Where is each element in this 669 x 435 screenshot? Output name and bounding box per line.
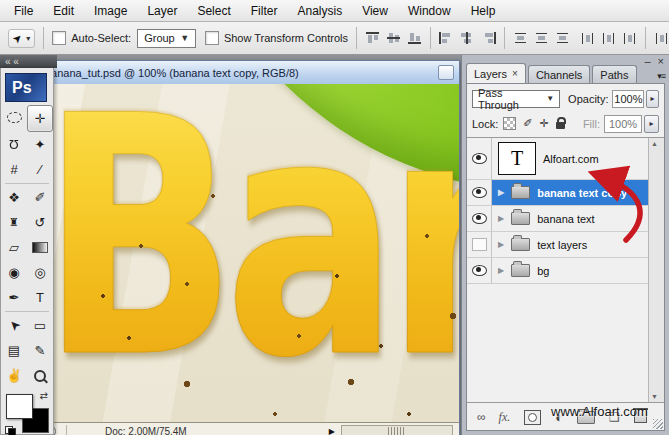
show-transform-checkbox[interactable] bbox=[205, 31, 219, 45]
layer-name[interactable]: banana text bbox=[537, 213, 595, 225]
menu-select[interactable]: Select bbox=[187, 1, 240, 21]
text-layer-thumbnail[interactable]: T bbox=[498, 142, 536, 175]
tool-zoom[interactable] bbox=[27, 363, 53, 388]
align-top-icon[interactable] bbox=[365, 32, 380, 44]
layer-list-scrollbar[interactable]: ▲ ▼ bbox=[648, 138, 664, 402]
lock-transparency-icon[interactable] bbox=[503, 117, 516, 130]
auto-align-layers-icon[interactable] bbox=[654, 32, 669, 44]
tool-type[interactable]: T bbox=[27, 285, 53, 310]
layer-row-bg[interactable]: ▶ bg bbox=[467, 258, 649, 284]
tab-layers[interactable]: Layers × bbox=[466, 63, 526, 83]
visibility-toggle[interactable] bbox=[467, 206, 492, 231]
distribute-right-icon[interactable] bbox=[622, 32, 637, 44]
layer-row-banana-text-copy[interactable]: ▶ banana text copy bbox=[467, 180, 649, 206]
maximize-button[interactable] bbox=[438, 65, 454, 80]
document-title-bar[interactable]: banana_tut.psd @ 100% (banana text copy,… bbox=[37, 61, 459, 85]
distribute-horizontal-centers-icon[interactable] bbox=[601, 32, 616, 44]
visibility-toggle[interactable] bbox=[467, 180, 492, 205]
tool-gradient[interactable] bbox=[27, 235, 53, 260]
tool-dodge[interactable]: ◎ bbox=[27, 260, 53, 285]
tab-close-icon[interactable]: × bbox=[512, 68, 518, 79]
tool-hand[interactable]: ✌ bbox=[1, 363, 27, 388]
menu-file[interactable]: File bbox=[4, 1, 43, 21]
link-layers-icon[interactable]: ∞ bbox=[477, 410, 485, 424]
blend-mode-dropdown[interactable]: Pass Through ▼ bbox=[472, 90, 560, 108]
horizontal-scrollbar[interactable] bbox=[341, 425, 453, 435]
scroll-up-icon[interactable]: ▲ bbox=[651, 140, 658, 147]
align-right-icon[interactable] bbox=[481, 32, 496, 44]
expand-triangle-icon[interactable]: ▶ bbox=[498, 188, 504, 197]
distribute-bottom-icon[interactable] bbox=[555, 32, 570, 44]
tool-eyedropper[interactable]: ✎ bbox=[27, 338, 53, 363]
layer-name[interactable]: Alfoart.com bbox=[543, 153, 599, 165]
expand-triangle-icon[interactable]: ▶ bbox=[498, 214, 504, 223]
menu-edit[interactable]: Edit bbox=[43, 1, 84, 21]
tool-history-brush[interactable]: ↺ bbox=[27, 210, 53, 235]
expand-triangle-icon[interactable]: ▶ bbox=[498, 240, 504, 249]
align-left-icon[interactable] bbox=[439, 32, 454, 44]
layer-style-fx-icon[interactable]: fx. bbox=[499, 410, 511, 425]
align-bottom-icon[interactable] bbox=[407, 32, 422, 44]
align-vertical-centers-icon[interactable] bbox=[386, 32, 401, 44]
lock-all-icon[interactable] bbox=[556, 122, 565, 129]
tool-panel-header[interactable]: « « bbox=[0, 55, 57, 68]
menu-layer[interactable]: Layer bbox=[137, 1, 187, 21]
layer-row-text-layers[interactable]: ▶ text layers bbox=[467, 232, 649, 258]
swap-colors-icon[interactable]: ⇄ bbox=[40, 390, 48, 401]
layer-row-alfoart[interactable]: T Alfoart.com bbox=[467, 138, 649, 180]
distribute-vertical-centers-icon[interactable] bbox=[534, 32, 549, 44]
visibility-toggle[interactable] bbox=[467, 258, 492, 283]
tab-paths[interactable]: Paths bbox=[592, 65, 636, 83]
opacity-slider-button[interactable]: ▸ bbox=[646, 90, 659, 108]
layer-row-banana-text[interactable]: ▶ banana text bbox=[467, 206, 649, 232]
tool-preset-move[interactable]: ➤ ▾ bbox=[8, 29, 35, 48]
lock-position-icon[interactable]: ✛ bbox=[540, 117, 549, 130]
canvas[interactable]: Ban bbox=[37, 84, 459, 423]
layer-name[interactable]: text layers bbox=[537, 239, 587, 251]
menu-image[interactable]: Image bbox=[84, 1, 137, 21]
scrollbar-grip[interactable] bbox=[388, 427, 406, 435]
tab-channels[interactable]: Channels bbox=[528, 65, 590, 83]
tool-clone-stamp[interactable]: ♜ bbox=[1, 210, 27, 235]
expand-triangle-icon[interactable]: ▶ bbox=[498, 266, 504, 275]
tool-slice[interactable]: ∕ bbox=[27, 157, 53, 182]
menu-filter[interactable]: Filter bbox=[241, 1, 288, 21]
tool-lasso[interactable]: Ω bbox=[1, 132, 27, 157]
fill-field[interactable]: 100% bbox=[604, 115, 642, 133]
foreground-color-swatch[interactable] bbox=[6, 394, 33, 419]
tool-shape[interactable]: ▭ bbox=[27, 313, 53, 338]
tool-elliptical-marquee[interactable] bbox=[1, 105, 27, 130]
menu-help[interactable]: Help bbox=[461, 1, 506, 21]
menu-window[interactable]: Window bbox=[398, 1, 461, 21]
tool-quick-selection[interactable]: ✦ bbox=[27, 132, 53, 157]
tool-pen[interactable]: ✒ bbox=[1, 285, 27, 310]
panel-menu-icon[interactable]: ▾≡ bbox=[657, 71, 665, 83]
tool-crop[interactable]: # bbox=[1, 157, 27, 182]
status-menu-arrow-icon[interactable]: ▶ bbox=[329, 427, 335, 435]
layer-name[interactable]: bg bbox=[537, 265, 549, 277]
auto-select-dropdown[interactable]: Group ▼ bbox=[137, 29, 196, 48]
menu-view[interactable]: View bbox=[352, 1, 398, 21]
add-layer-mask-icon[interactable] bbox=[524, 410, 541, 425]
distribute-top-icon[interactable] bbox=[513, 32, 528, 44]
fill-slider-button[interactable]: ▸ bbox=[644, 115, 659, 133]
tool-eraser[interactable]: ▱ bbox=[1, 235, 27, 260]
opacity-field[interactable]: 100% bbox=[612, 90, 644, 108]
default-colors-icon[interactable] bbox=[5, 426, 16, 435]
tool-notes[interactable]: ▤ bbox=[1, 338, 27, 363]
layer-name[interactable]: banana text copy bbox=[537, 187, 627, 199]
distribute-left-icon[interactable] bbox=[580, 32, 595, 44]
tool-path-selection[interactable]: ➤ bbox=[1, 313, 27, 338]
panel-resize-grip[interactable] bbox=[653, 419, 663, 429]
tool-brush[interactable]: ✐ bbox=[27, 185, 53, 210]
visibility-toggle[interactable] bbox=[467, 232, 492, 257]
collapse-icon[interactable]: « « bbox=[5, 57, 19, 67]
lock-pixels-icon[interactable]: ✐ bbox=[523, 117, 532, 130]
tool-blur[interactable]: ◉ bbox=[1, 260, 27, 285]
auto-select-checkbox[interactable] bbox=[52, 31, 66, 45]
scroll-down-icon[interactable]: ▼ bbox=[651, 393, 658, 400]
visibility-toggle[interactable] bbox=[467, 138, 492, 179]
tool-healing-patch[interactable]: ❖ bbox=[1, 185, 27, 210]
menu-analysis[interactable]: Analysis bbox=[287, 1, 352, 21]
align-horizontal-centers-icon[interactable] bbox=[460, 32, 475, 44]
